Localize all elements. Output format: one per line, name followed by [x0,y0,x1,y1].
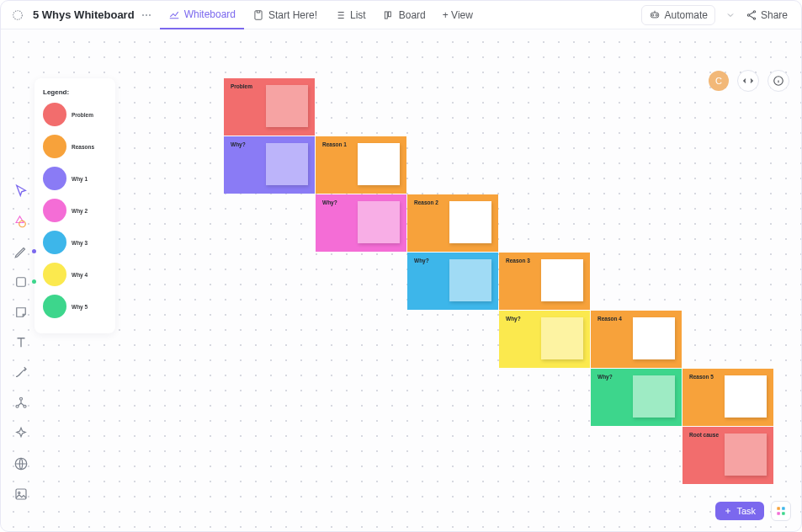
chevron-down-icon[interactable] [722,10,739,20]
legend-swatch [43,231,66,254]
whiteboard-card[interactable]: Root cause [682,427,773,484]
whiteboard-card[interactable]: Why? [499,311,590,368]
share-button[interactable]: Share [746,9,788,21]
card-sticky[interactable] [541,259,583,301]
whiteboard-card[interactable]: Reason 3 [499,253,590,310]
legend-label: Why 5 [72,304,88,310]
page-title[interactable]: 5 Whys Whiteboard [33,8,135,21]
card-label: Reason 5 [689,374,714,380]
svg-point-13 [20,397,23,400]
card-label: Root cause [689,432,719,438]
tab-list[interactable]: List [326,1,374,29]
tab-label: Board [399,9,426,21]
card-sticky[interactable] [358,201,400,243]
card-sticky[interactable] [266,143,308,185]
whiteboard-card[interactable]: Reason 2 [407,194,498,252]
canvas-bottomright: Task [715,501,791,521]
tool-diagram[interactable] [11,393,31,413]
tool-ai[interactable] [11,423,31,444]
whiteboard-card[interactable]: Why? [407,253,498,310]
tab-board[interactable]: Board [374,1,434,29]
card-label: Why? [414,258,429,263]
whiteboard-card[interactable]: Why? [316,194,406,252]
tool-image[interactable] [11,484,31,504]
tool-web[interactable] [11,454,31,474]
legend-swatch [43,295,66,318]
whiteboard-card[interactable]: Reason 1 [316,136,406,194]
svg-rect-22 [782,512,785,515]
legend-item[interactable]: Reasons [43,135,107,158]
tab-whiteboard[interactable]: Whiteboard [160,1,244,29]
legend-label: Why 4 [72,272,88,278]
settings-icon[interactable] [6,3,29,27]
legend-item[interactable]: Why 2 [43,199,107,222]
view-tabs: Whiteboard Start Here! List Board + View [160,1,481,29]
tab-add-view[interactable]: + View [434,1,481,29]
tool-select[interactable] [11,181,31,201]
whiteboard-canvas[interactable]: C Legend: Problem Reasons Why 1 Why 2 Wh… [1,29,801,531]
card-label: Why? [231,141,246,147]
new-task-button[interactable]: Task [715,502,764,520]
whiteboard-card[interactable]: Why? [224,136,315,194]
apps-icon[interactable] [771,501,791,521]
legend-item[interactable]: Why 4 [43,263,107,286]
tool-sticky[interactable] [11,302,31,322]
card-sticky[interactable] [633,375,675,418]
legend-label: Why 3 [72,240,88,246]
svg-rect-12 [17,278,26,287]
card-sticky[interactable] [725,375,767,418]
legend-label: Why 2 [72,208,88,214]
card-sticky[interactable] [266,85,308,127]
canvas-topright: C [709,70,789,92]
fit-width-icon[interactable] [737,70,759,92]
more-icon[interactable]: ⋯ [138,9,155,21]
card-sticky[interactable] [633,317,675,359]
card-sticky[interactable] [725,434,767,476]
card-sticky[interactable] [449,201,491,243]
info-icon[interactable] [767,70,789,92]
svg-rect-20 [782,507,785,510]
whiteboard-card[interactable]: Why? [591,369,682,426]
card-sticky[interactable] [358,143,400,185]
svg-point-18 [19,492,20,493]
card-sticky[interactable] [449,259,491,301]
svg-rect-19 [777,507,780,510]
card-label: Reason 1 [322,141,347,147]
tool-connector[interactable] [11,363,31,383]
svg-point-8 [747,13,749,15]
tool-rect[interactable] [11,272,31,292]
legend-swatch [43,199,66,222]
whiteboard-card[interactable]: Problem [224,78,315,136]
svg-point-11 [19,221,26,227]
card-label: Why? [322,200,337,205]
legend-swatch [43,103,66,126]
tool-text[interactable] [11,332,31,353]
legend-panel[interactable]: Legend: Problem Reasons Why 1 Why 2 Why … [35,78,115,333]
svg-point-4 [651,13,653,15]
automate-label: Automate [665,9,708,21]
svg-point-0 [13,10,23,19]
svg-rect-2 [385,11,387,18]
legend-item[interactable]: Why 5 [43,295,107,318]
svg-point-5 [656,13,657,15]
svg-rect-3 [388,11,390,16]
whiteboard-card[interactable]: Reason 4 [591,311,682,368]
whiteboard-card[interactable]: Reason 5 [682,369,773,426]
card-sticky[interactable] [541,317,583,359]
tab-start-here[interactable]: Start Here! [244,1,326,29]
tab-label: Start Here! [268,9,317,21]
legend-item[interactable]: Why 3 [43,231,107,254]
avatar[interactable]: C [709,71,729,91]
legend-item[interactable]: Why 1 [43,167,107,190]
card-label: Reason 4 [598,316,622,322]
legend-swatch [43,167,66,190]
legend-label: Reasons [72,144,94,150]
legend-item[interactable]: Problem [43,103,107,126]
header: 5 Whys Whiteboard ⋯ Whiteboard Start Her… [1,1,801,29]
card-label: Reason 3 [506,258,530,263]
tool-shapes[interactable] [11,211,31,231]
tool-draw[interactable] [11,242,31,262]
svg-rect-1 [255,10,262,19]
automate-button[interactable]: Automate [641,5,715,25]
share-label: Share [761,9,788,21]
